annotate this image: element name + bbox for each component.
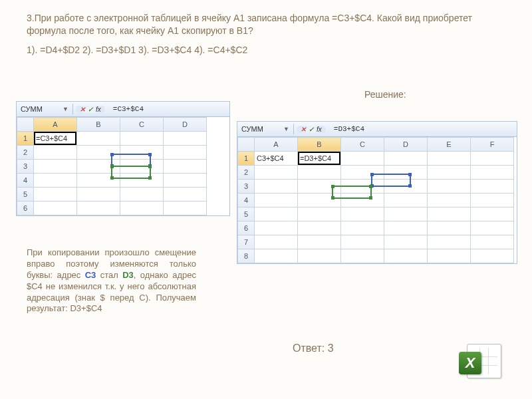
cell[interactable] bbox=[34, 188, 77, 201]
cell[interactable] bbox=[384, 166, 428, 180]
cell[interactable] bbox=[341, 207, 384, 221]
col-header[interactable]: F bbox=[471, 138, 514, 152]
row-header[interactable]: 8 bbox=[238, 249, 255, 263]
cell[interactable] bbox=[298, 221, 341, 235]
row-header[interactable]: 4 bbox=[17, 174, 34, 188]
name-box[interactable]: СУММ ▼ bbox=[17, 104, 73, 114]
cell[interactable] bbox=[34, 201, 77, 215]
formula-bar[interactable]: =C3+$C4 bbox=[108, 104, 149, 114]
cell[interactable] bbox=[428, 152, 471, 166]
cell[interactable] bbox=[77, 146, 120, 160]
cell[interactable] bbox=[164, 188, 207, 201]
col-header[interactable]: B bbox=[77, 118, 120, 132]
select-all-corner[interactable] bbox=[17, 118, 34, 132]
name-box[interactable]: СУММ ▼ bbox=[237, 124, 294, 134]
cell[interactable] bbox=[120, 132, 164, 146]
cell[interactable] bbox=[34, 174, 77, 188]
dropdown-icon[interactable]: ▼ bbox=[283, 126, 289, 132]
cell[interactable] bbox=[34, 160, 77, 174]
cell[interactable] bbox=[298, 249, 341, 263]
cell[interactable] bbox=[471, 180, 514, 194]
col-header[interactable]: A bbox=[34, 118, 77, 132]
cell[interactable] bbox=[298, 207, 341, 221]
row-header[interactable]: 6 bbox=[238, 221, 255, 235]
cell[interactable] bbox=[341, 221, 384, 235]
cell[interactable] bbox=[428, 221, 471, 235]
cell[interactable] bbox=[164, 146, 207, 160]
cell[interactable] bbox=[164, 132, 207, 146]
cell[interactable] bbox=[341, 152, 384, 166]
cell[interactable] bbox=[255, 194, 298, 207]
cell[interactable] bbox=[471, 152, 514, 166]
cell[interactable] bbox=[298, 194, 341, 207]
cell[interactable] bbox=[341, 194, 384, 207]
col-header[interactable]: C bbox=[120, 118, 164, 132]
cell[interactable] bbox=[384, 235, 428, 249]
row-header[interactable]: 6 bbox=[17, 201, 34, 215]
cell[interactable] bbox=[471, 207, 514, 221]
cell[interactable] bbox=[428, 207, 471, 221]
cell[interactable] bbox=[341, 180, 384, 194]
col-header[interactable]: E bbox=[428, 138, 471, 152]
cell[interactable] bbox=[428, 235, 471, 249]
cell[interactable] bbox=[384, 221, 428, 235]
fx-icon[interactable]: fx bbox=[96, 106, 101, 113]
cell[interactable] bbox=[471, 235, 514, 249]
cancel-icon[interactable]: ✕ bbox=[301, 126, 306, 133]
cell[interactable] bbox=[120, 174, 164, 188]
cell[interactable] bbox=[164, 174, 207, 188]
cell[interactable] bbox=[384, 194, 428, 207]
row-header[interactable]: 7 bbox=[238, 235, 255, 249]
col-header[interactable]: C bbox=[341, 138, 384, 152]
cell-a1[interactable]: =C3+$C4 bbox=[34, 132, 77, 146]
cell[interactable] bbox=[384, 180, 428, 194]
cell[interactable] bbox=[77, 174, 120, 188]
cell[interactable] bbox=[298, 235, 341, 249]
spreadsheet-grid[interactable]: A B C D E F 1 C3+$C4 =D3+$C4 2 3 4 5 6 7… bbox=[237, 137, 514, 263]
col-header[interactable]: D bbox=[164, 118, 207, 132]
row-header[interactable]: 5 bbox=[238, 207, 255, 221]
row-header[interactable]: 3 bbox=[17, 160, 34, 174]
row-header[interactable]: 2 bbox=[238, 166, 255, 180]
cell[interactable] bbox=[341, 235, 384, 249]
cell[interactable] bbox=[34, 146, 77, 160]
cell[interactable] bbox=[428, 249, 471, 263]
cell[interactable] bbox=[77, 188, 120, 201]
cell[interactable] bbox=[255, 180, 298, 194]
cell[interactable] bbox=[255, 235, 298, 249]
cell[interactable] bbox=[428, 166, 471, 180]
cell[interactable] bbox=[77, 132, 120, 146]
cell[interactable] bbox=[77, 160, 120, 174]
col-header[interactable]: A bbox=[255, 138, 298, 152]
enter-icon[interactable]: ✓ bbox=[88, 106, 93, 113]
cell[interactable] bbox=[341, 166, 384, 180]
enter-icon[interactable]: ✓ bbox=[309, 126, 314, 133]
formula-bar[interactable]: =D3+$C4 bbox=[329, 124, 370, 134]
cell[interactable] bbox=[77, 201, 120, 215]
cell[interactable] bbox=[298, 166, 341, 180]
cell[interactable] bbox=[384, 152, 428, 166]
cell[interactable] bbox=[255, 249, 298, 263]
cell[interactable] bbox=[471, 166, 514, 180]
row-header[interactable]: 1 bbox=[238, 152, 255, 166]
cell[interactable] bbox=[384, 207, 428, 221]
row-header[interactable]: 2 bbox=[17, 146, 34, 160]
row-header[interactable]: 1 bbox=[17, 132, 34, 146]
cell[interactable] bbox=[120, 201, 164, 215]
cell[interactable] bbox=[120, 188, 164, 201]
select-all-corner[interactable] bbox=[238, 138, 255, 152]
row-header[interactable]: 3 bbox=[238, 180, 255, 194]
cell[interactable] bbox=[384, 249, 428, 263]
cell[interactable] bbox=[471, 221, 514, 235]
fx-icon[interactable]: fx bbox=[317, 126, 322, 133]
cell[interactable] bbox=[120, 160, 164, 174]
cell-b1[interactable]: =D3+$C4 bbox=[298, 152, 341, 166]
col-header[interactable]: D bbox=[384, 138, 428, 152]
cell[interactable] bbox=[471, 249, 514, 263]
dropdown-icon[interactable]: ▼ bbox=[63, 106, 68, 112]
col-header[interactable]: B bbox=[298, 138, 341, 152]
cell[interactable] bbox=[255, 221, 298, 235]
cell[interactable] bbox=[428, 194, 471, 207]
cell[interactable] bbox=[164, 160, 207, 174]
cell-a1[interactable]: C3+$C4 bbox=[255, 152, 298, 166]
